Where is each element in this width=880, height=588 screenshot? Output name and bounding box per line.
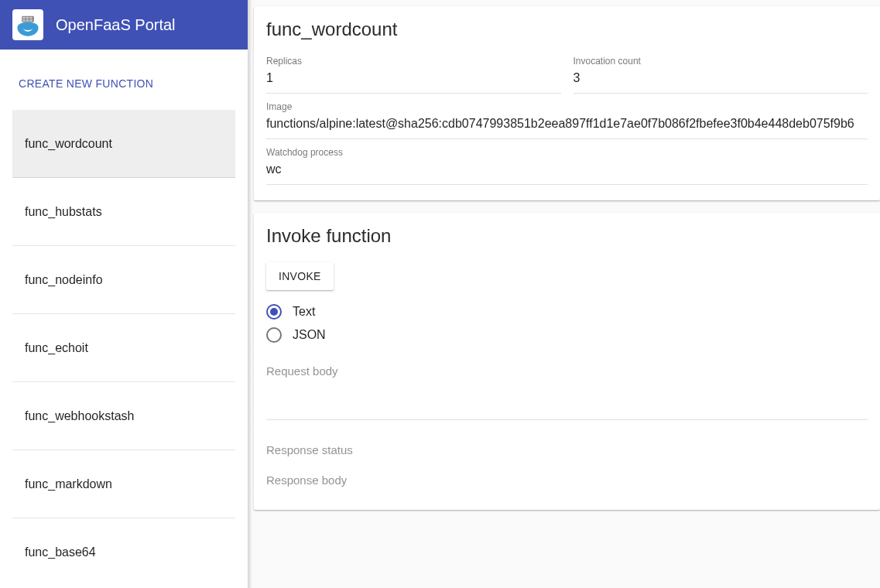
invocation-count-field: Invocation count 3 bbox=[574, 53, 868, 94]
sidebar-item-func_wordcount[interactable]: func_wordcount bbox=[12, 110, 235, 178]
response-status-label: Response status bbox=[266, 443, 868, 456]
sidebar-item-func_echoit[interactable]: func_echoit bbox=[12, 314, 235, 382]
function-name-label: func_base64 bbox=[25, 545, 96, 559]
response-status-field: Response status bbox=[266, 443, 868, 456]
create-new-function-label: Create New Function bbox=[19, 77, 153, 90]
function-name-label: func_hubstats bbox=[25, 205, 102, 219]
watchdog-value: wc bbox=[266, 159, 868, 179]
radio-json-label: JSON bbox=[293, 328, 326, 342]
openfaas-logo bbox=[12, 9, 43, 40]
function-title: func_wordcount bbox=[266, 19, 868, 40]
invocation-count-label: Invocation count bbox=[574, 54, 868, 68]
sidebar-item-func_markdown[interactable]: func_markdown bbox=[12, 450, 235, 518]
invoke-card: Invoke function Invoke Text JSON Request… bbox=[254, 213, 880, 510]
function-list: func_wordcount func_hubstats func_nodein… bbox=[0, 110, 248, 586]
svg-rect-7 bbox=[29, 19, 32, 21]
function-name-label: func_markdown bbox=[25, 477, 112, 491]
function-name-label: func_nodeinfo bbox=[25, 273, 103, 287]
function-name-label: func_echoit bbox=[25, 341, 88, 355]
whale-icon bbox=[14, 11, 42, 39]
app-toolbar: OpenFaaS Portal bbox=[0, 0, 248, 50]
main-content: func_wordcount Replicas 1 Invocation cou… bbox=[248, 0, 880, 588]
invoke-button-label: Invoke bbox=[279, 270, 321, 282]
create-new-function-button[interactable]: Create New Function bbox=[0, 65, 248, 102]
sidebar-item-func_nodeinfo[interactable]: func_nodeinfo bbox=[12, 246, 235, 314]
request-body-label: Request body bbox=[266, 364, 868, 378]
sidebar: OpenFaaS Portal Create New Function func… bbox=[0, 0, 248, 588]
function-name-label: func_wordcount bbox=[25, 137, 112, 151]
request-body-field[interactable]: Request body bbox=[266, 364, 868, 420]
image-label: Image bbox=[266, 100, 868, 114]
watchdog-label: Watchdog process bbox=[266, 145, 868, 159]
invoke-title: Invoke function bbox=[266, 225, 868, 247]
request-type-radio-group: Text JSON bbox=[266, 304, 868, 343]
svg-rect-2 bbox=[22, 17, 25, 19]
radio-icon bbox=[266, 304, 282, 320]
radio-icon bbox=[266, 327, 282, 343]
sidebar-item-func_hubstats[interactable]: func_hubstats bbox=[12, 178, 235, 246]
response-body-field: Response body bbox=[266, 473, 868, 487]
radio-json[interactable]: JSON bbox=[266, 327, 868, 343]
replicas-label: Replicas bbox=[266, 54, 561, 68]
function-name-label: func_webhookstash bbox=[25, 409, 134, 423]
invocation-count-value: 3 bbox=[574, 68, 868, 88]
svg-rect-6 bbox=[26, 19, 29, 21]
radio-text[interactable]: Text bbox=[266, 304, 868, 320]
replicas-value: 1 bbox=[266, 68, 561, 88]
svg-rect-4 bbox=[29, 17, 32, 19]
response-body-label: Response body bbox=[266, 473, 868, 487]
watchdog-field: Watchdog process wc bbox=[266, 144, 868, 185]
svg-rect-3 bbox=[26, 17, 29, 19]
radio-text-label: Text bbox=[293, 305, 315, 319]
replicas-field: Replicas 1 bbox=[266, 53, 561, 94]
app-title: OpenFaaS Portal bbox=[56, 16, 176, 34]
sidebar-item-func_base64[interactable]: func_base64 bbox=[12, 518, 235, 586]
image-field: Image functions/alpine:latest@sha256:cdb… bbox=[266, 98, 868, 139]
svg-rect-5 bbox=[22, 19, 25, 21]
invoke-button[interactable]: Invoke bbox=[266, 262, 334, 290]
function-detail-card: func_wordcount Replicas 1 Invocation cou… bbox=[254, 6, 880, 200]
sidebar-item-func_webhookstash[interactable]: func_webhookstash bbox=[12, 382, 235, 450]
image-value: functions/alpine:latest@sha256:cdb074799… bbox=[266, 114, 868, 134]
